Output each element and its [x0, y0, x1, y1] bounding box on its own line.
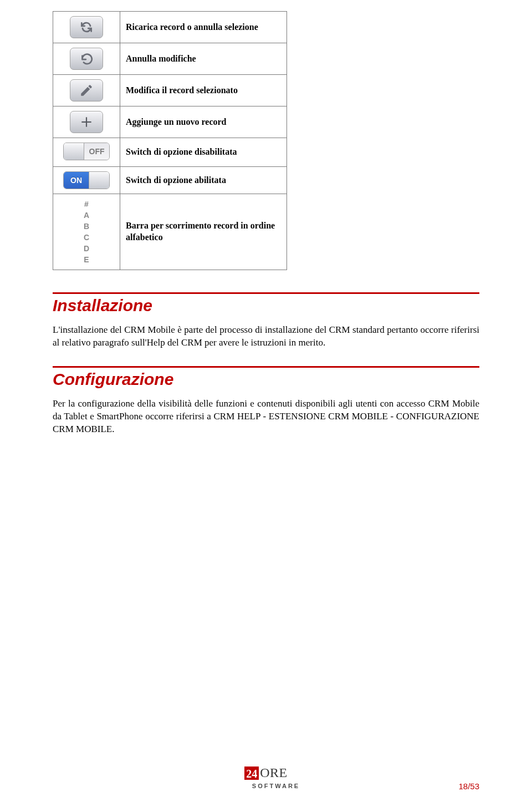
reload-icon [70, 16, 103, 38]
icon-cell [53, 75, 120, 106]
table-row: Modifica il record selezionato [53, 75, 287, 106]
icon-description: Modifica il record selezionato [120, 75, 287, 106]
table-row: Ricarica record o annulla selezione [53, 12, 287, 43]
table-row: # A B C D E Barra per scorrimento record… [53, 194, 287, 270]
table-row: Annulla modifiche [53, 43, 287, 75]
table-row: ON Switch di opzione abilitata [53, 167, 287, 194]
icon-description: Switch di opzione disabilitata [120, 138, 287, 167]
alpha-index-icon: # A B C D E [84, 199, 89, 265]
edit-icon [70, 79, 103, 101]
section-text-install: L'installazione del CRM Mobile è parte d… [53, 324, 479, 349]
undo-icon [70, 48, 103, 70]
section-divider [53, 366, 479, 368]
icon-description: Barra per scorrimento record in ordine a… [120, 194, 287, 270]
section-heading-install: Installazione [53, 296, 479, 315]
logo-text: ORE [260, 766, 288, 780]
section-heading-config: Configurazione [53, 370, 479, 389]
icon-cell: OFF [53, 138, 120, 167]
icon-cell: # A B C D E [53, 194, 120, 270]
logo-square: 24 [244, 767, 259, 780]
icon-cell [53, 12, 120, 43]
brand-logo: 24 ORE [53, 766, 479, 780]
table-row: Aggiunge un nuovo record [53, 106, 287, 138]
switch-label: OFF [84, 143, 109, 160]
icon-description: Ricarica record o annulla selezione [120, 12, 287, 43]
icon-description: Aggiunge un nuovo record [120, 106, 287, 138]
section-text-config: Per la configurazione della visibilità d… [53, 398, 479, 436]
switch-off-icon: OFF [63, 143, 110, 160]
icon-description: Annulla modifiche [120, 43, 287, 75]
icon-description: Switch di opzione abilitata [120, 167, 287, 194]
switch-on-icon: ON [63, 171, 110, 189]
table-row: OFF Switch di opzione disabilitata [53, 138, 287, 167]
icon-cell [53, 43, 120, 75]
icon-legend-table: Ricarica record o annulla selezione Annu… [53, 11, 287, 270]
section-divider [53, 292, 479, 294]
add-icon [70, 111, 103, 133]
icon-cell [53, 106, 120, 138]
switch-label: ON [64, 172, 89, 189]
page-footer: 24 ORE SOFTWARE 18/53 [53, 766, 479, 791]
icon-cell: ON [53, 167, 120, 194]
